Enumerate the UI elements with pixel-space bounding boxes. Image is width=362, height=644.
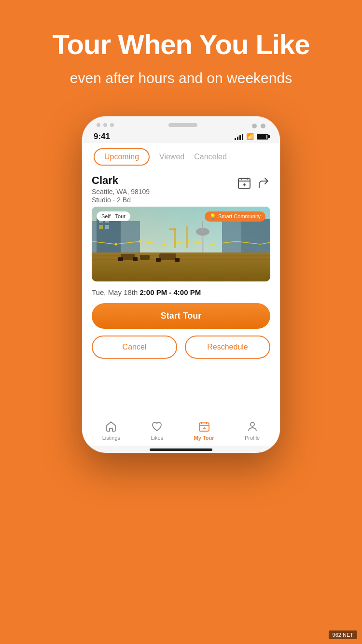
phone-content: Upcoming Viewed Canceled Clark Seattle, … (82, 143, 280, 414)
reschedule-button[interactable]: Reschedule (185, 336, 270, 359)
watermark: 962.NET (329, 630, 357, 639)
tour-date: Tue, May 18th 2:00 PM - 4:00 PM (92, 288, 270, 296)
property-info: Clark Seattle, WA, 98109 Studio - 2 Bd (92, 174, 150, 204)
svg-rect-37 (186, 226, 188, 248)
time-label: 2:00 PM - 4:00 PM (140, 288, 201, 296)
property-actions (237, 176, 270, 190)
svg-rect-35 (174, 228, 176, 248)
signal-bar-1 (235, 138, 236, 140)
svg-rect-33 (156, 258, 161, 262)
svg-point-44 (251, 422, 254, 426)
svg-rect-36 (169, 228, 176, 230)
phone-speaker (168, 123, 197, 127)
svg-rect-34 (175, 258, 180, 262)
hero-title: Tour When You Like (19, 29, 343, 60)
phone-camera-2 (261, 124, 265, 128)
property-type: Studio - 2 Bd (92, 196, 150, 204)
svg-rect-20 (92, 252, 270, 281)
wifi-icon: 📶 (246, 133, 254, 140)
tab-canceled[interactable]: Canceled (194, 149, 227, 165)
signal-bar-4 (242, 134, 243, 140)
status-icons: 📶 (235, 133, 268, 140)
phone-notch (168, 123, 197, 129)
listings-icon (105, 421, 117, 434)
hero-subtitle: even after hours and on weekends (19, 69, 343, 87)
property-name: Clark (92, 174, 150, 187)
share-icon[interactable] (257, 176, 270, 190)
phone-frame: 9:41 📶 Upco (82, 116, 280, 453)
svg-rect-31 (118, 257, 123, 261)
phone-dot-1 (97, 123, 100, 127)
status-time: 9:41 (94, 132, 110, 141)
svg-rect-29 (140, 255, 150, 260)
phone-dot-2 (103, 123, 107, 127)
svg-point-25 (163, 243, 166, 245)
svg-rect-30 (159, 253, 176, 260)
tab-upcoming[interactable]: Upcoming (94, 148, 150, 166)
property-header: Clark Seattle, WA, 98109 Studio - 2 Bd (92, 174, 270, 204)
my-tour-icon (198, 421, 210, 434)
svg-rect-11 (241, 219, 270, 257)
nav-item-listings[interactable]: Listings (95, 419, 128, 443)
likes-label: Likes (151, 435, 163, 441)
phone-container: 9:41 📶 Upco (0, 116, 362, 453)
hero-section: Tour When You Like even after hours and … (0, 0, 362, 102)
svg-rect-15 (105, 225, 109, 229)
status-bar: 9:41 📶 (82, 129, 280, 143)
likes-icon (151, 421, 163, 434)
svg-point-23 (115, 243, 117, 245)
nav-item-my-tour[interactable]: My Tour (186, 419, 222, 443)
add-calendar-icon[interactable] (237, 176, 251, 190)
app-background: Tour When You Like even after hours and … (0, 0, 362, 644)
nav-item-profile[interactable]: Profile (237, 419, 267, 443)
tab-row: Upcoming Viewed Canceled (92, 148, 270, 166)
smart-community-badge: 💡 Smart Community (205, 211, 265, 222)
property-image-container: Self - Tour 💡 Smart Community (92, 207, 270, 281)
profile-label: Profile (245, 435, 260, 441)
smart-community-label: Smart Community (218, 213, 261, 219)
home-indicator (150, 448, 212, 451)
my-tour-label: My Tour (194, 435, 214, 441)
phone-camera-1 (252, 124, 257, 128)
start-tour-button[interactable]: Start Tour (92, 303, 270, 329)
svg-rect-32 (133, 257, 138, 261)
profile-icon (247, 421, 258, 434)
signal-icon (235, 133, 243, 140)
tab-viewed[interactable]: Viewed (159, 149, 184, 165)
phone-dot-3 (110, 123, 114, 127)
cancel-button[interactable]: Cancel (92, 336, 177, 359)
property-address: Seattle, WA, 98109 (92, 188, 150, 196)
battery-icon (257, 134, 268, 140)
svg-point-24 (139, 240, 141, 242)
action-buttons-row: Cancel Reschedule (92, 336, 270, 359)
date-label: Tue, May 18th (92, 288, 138, 296)
svg-rect-14 (99, 225, 103, 229)
phone-top-bar (82, 116, 280, 129)
signal-bar-3 (239, 135, 241, 140)
svg-rect-38 (199, 423, 209, 431)
bottom-nav: Listings Likes (82, 414, 280, 446)
battery-fill (258, 135, 266, 139)
self-tour-badge: Self - Tour (97, 211, 130, 221)
lightbulb-icon: 💡 (209, 213, 216, 220)
svg-point-27 (211, 243, 214, 245)
nav-item-likes[interactable]: Likes (143, 419, 171, 443)
listings-label: Listings (102, 435, 120, 441)
signal-bar-2 (237, 137, 238, 140)
